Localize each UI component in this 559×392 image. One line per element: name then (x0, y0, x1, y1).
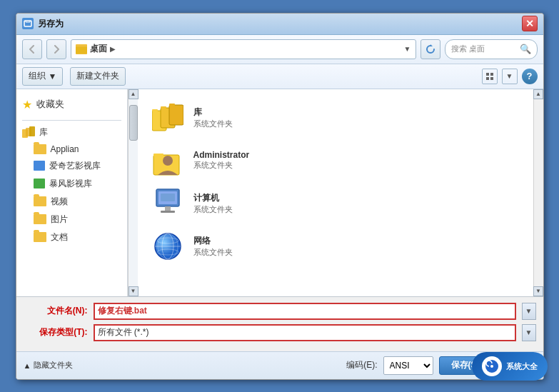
watermark-circle (482, 356, 502, 376)
dialog-icon (22, 18, 34, 29)
admin-info: Administrator 系统文件夹 (193, 150, 250, 171)
scrollbar-thumb[interactable] (129, 105, 138, 141)
network-info: 网络 系统文件夹 (193, 235, 233, 258)
svg-rect-21 (161, 194, 175, 201)
library-type: 系统文件夹 (193, 119, 233, 129)
hidden-files-label: 隐藏文件夹 (34, 360, 73, 371)
computer-name: 计算机 (193, 192, 233, 204)
address-bar[interactable]: 桌面 ▶ ▼ (71, 39, 416, 59)
sidebar-label-pictures: 图片 (51, 213, 68, 226)
watermark-text: 系统大全 (506, 361, 538, 372)
close-button[interactable]: ✕ (522, 16, 538, 31)
folder-icon-pictures (34, 214, 46, 224)
refresh-button[interactable] (420, 39, 440, 59)
sidebar-item-documents[interactable]: 文档 (16, 228, 127, 246)
file-list-area: 库 系统文件夹 (138, 89, 543, 296)
network-name: 网络 (193, 235, 233, 247)
sidebar-item-video[interactable]: 视频 (16, 193, 127, 211)
file-scroll-down[interactable]: ▼ (533, 286, 543, 296)
footer: ▲ 隐藏文件夹 编码(E): ANSI UTF-8 Unicode 保存(S) … (16, 351, 543, 379)
svg-rect-1 (486, 73, 489, 76)
file-scroll-up[interactable]: ▲ (533, 89, 543, 99)
admin-type: 系统文件夹 (193, 160, 250, 171)
baofeng-icon (34, 179, 45, 189)
toolbar-right: ▼ ? (482, 69, 538, 84)
sidebar-item-applian[interactable]: Applian (16, 141, 127, 157)
filename-input[interactable] (94, 303, 516, 320)
svg-rect-20 (161, 211, 175, 213)
computer-file-icon (151, 186, 185, 221)
file-list: 库 系统文件夹 (138, 89, 533, 296)
file-item-admin[interactable]: Administrator 系统文件夹 (145, 139, 526, 182)
library-info: 库 系统文件夹 (193, 106, 233, 129)
scroll-down-arrow[interactable]: ▼ (129, 286, 139, 296)
svg-point-29 (490, 365, 493, 368)
address-toolbar: 桌面 ▶ ▼ 搜索 桌面 🔍 (16, 35, 543, 64)
favorites-label: 收藏夹 (36, 98, 64, 111)
filetype-dropdown[interactable]: ▼ (522, 324, 536, 341)
address-folder-icon (76, 44, 87, 54)
address-chevron[interactable]: ▼ (404, 45, 411, 53)
sidebar-scrollbar[interactable]: ▲ ▼ (128, 89, 138, 296)
sidebar-label-applian: Applian (51, 144, 79, 154)
filetype-label: 保存类型(T): (24, 326, 88, 338)
file-item-network[interactable]: 网络 系统文件夹 (145, 225, 526, 268)
scroll-up-arrow[interactable]: ▲ (129, 89, 139, 99)
main-content: ★ 收藏夹 库 Applian 爱奇艺影视库 (16, 89, 543, 296)
filename-label: 文件名(N): (24, 305, 88, 317)
filetype-row: 保存类型(T): ▼ (24, 324, 536, 341)
address-text: 桌面 (90, 43, 107, 55)
back-button[interactable] (22, 39, 42, 59)
new-folder-button[interactable]: 新建文件夹 (70, 67, 126, 86)
svg-rect-12 (161, 106, 166, 109)
svg-rect-10 (169, 105, 183, 125)
encoding-select[interactable]: ANSI UTF-8 Unicode (383, 356, 433, 375)
admin-name: Administrator (193, 150, 250, 160)
library-icon (22, 126, 35, 138)
svg-rect-7 (29, 126, 35, 136)
library-name: 库 (193, 106, 233, 119)
encoding-label: 编码(E): (346, 359, 377, 371)
search-icon: 🔍 (520, 44, 531, 54)
network-type: 系统文件夹 (193, 247, 233, 258)
file-item-library[interactable]: 库 系统文件夹 (145, 96, 526, 139)
aiqiyi-icon (34, 161, 45, 171)
view-button[interactable] (482, 69, 498, 84)
filename-dropdown[interactable]: ▼ (522, 303, 536, 320)
organize-label: 组织 (29, 70, 46, 82)
svg-rect-19 (165, 206, 171, 211)
file-item-computer[interactable]: 计算机 系统文件夹 (145, 182, 526, 225)
network-file-icon (151, 229, 185, 263)
help-button[interactable]: ? (522, 69, 538, 84)
view-chevron-button[interactable]: ▼ (502, 69, 518, 84)
file-list-scrollbar[interactable]: ▲ ▼ (533, 89, 543, 296)
library-file-icon (151, 101, 185, 135)
svg-rect-4 (490, 77, 493, 80)
filetype-input[interactable] (94, 324, 516, 341)
title-bar: 另存为 ✕ (16, 14, 543, 35)
sidebar-separator-1 (22, 120, 121, 121)
svg-point-16 (163, 156, 173, 166)
admin-file-icon (151, 144, 185, 178)
help-label: ? (527, 71, 533, 81)
hidden-files-button[interactable]: ▲ 隐藏文件夹 (24, 360, 74, 371)
sidebar-item-pictures[interactable]: 图片 (16, 211, 127, 228)
watermark: 系统大全 (472, 352, 548, 381)
sidebar-label-aiqiyi: 爱奇艺影视库 (49, 160, 101, 172)
new-folder-label: 新建文件夹 (76, 70, 119, 82)
folder-icon-video (34, 196, 46, 206)
svg-rect-15 (153, 154, 163, 156)
favorites-star-icon: ★ (22, 98, 32, 111)
sidebar-item-aiqiyi[interactable]: 爱奇艺影视库 (16, 157, 127, 175)
sidebar-item-library[interactable]: 库 (16, 124, 127, 141)
forward-button[interactable] (46, 39, 66, 59)
sidebar-item-favorites[interactable]: ★ 收藏夹 (16, 95, 127, 117)
computer-info: 计算机 系统文件夹 (193, 192, 233, 215)
organize-toolbar: 组织 ▼ 新建文件夹 ▼ ? (16, 64, 543, 89)
sidebar-label-documents: 文档 (51, 231, 68, 243)
organize-button[interactable]: 组织 ▼ (22, 67, 64, 86)
sidebar-item-baofeng[interactable]: 暴风影视库 (16, 175, 127, 193)
search-bar[interactable]: 搜索 桌面 🔍 (445, 39, 538, 59)
dialog-title: 另存为 (38, 18, 522, 30)
search-placeholder: 搜索 桌面 (451, 44, 485, 54)
